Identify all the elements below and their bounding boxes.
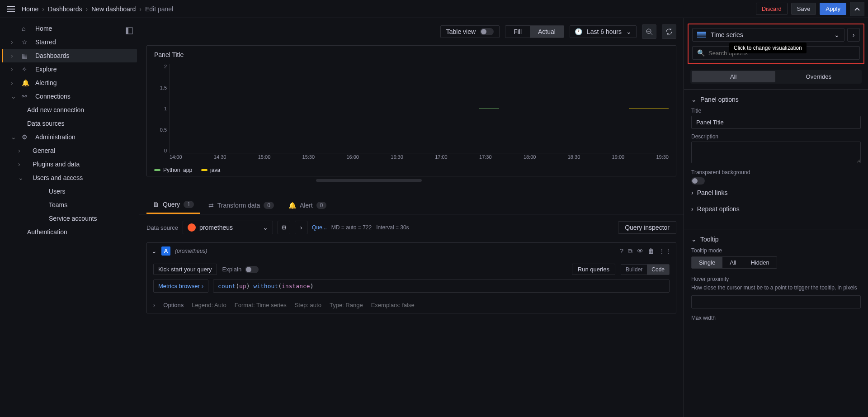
chevron-down-icon[interactable]: ⌄ bbox=[151, 247, 157, 255]
step-option: Step: auto bbox=[295, 302, 321, 308]
sidebar-item-users-access[interactable]: ⌄ Users and access bbox=[2, 171, 137, 185]
tab-transform[interactable]: ⇄ Transform data 0 bbox=[202, 196, 280, 214]
sidebar-item-home[interactable]: ⌂ Home bbox=[2, 22, 137, 35]
repeat-options-row[interactable]: › Repeat options bbox=[691, 201, 861, 217]
sidebar-item-data-sources[interactable]: Data sources bbox=[2, 117, 137, 130]
chevron-right-icon: › bbox=[202, 283, 203, 289]
apply-button[interactable]: Apply bbox=[820, 3, 846, 15]
discard-button[interactable]: Discard bbox=[756, 3, 788, 15]
collapse-right-button[interactable]: › bbox=[847, 28, 860, 42]
table-view-label: Table view bbox=[446, 28, 476, 35]
y-tick: 2 bbox=[154, 64, 167, 69]
query-letter[interactable]: A bbox=[161, 246, 170, 256]
horizontal-scrollbar[interactable] bbox=[316, 179, 422, 182]
series-line-python bbox=[479, 109, 499, 109]
actual-button[interactable]: Actual bbox=[530, 26, 564, 38]
sidebar-item-teams[interactable]: Teams bbox=[2, 198, 137, 212]
tooltip-single-button[interactable]: Single bbox=[692, 257, 722, 268]
legend-item-java[interactable]: java bbox=[201, 167, 220, 173]
plot-area bbox=[170, 64, 669, 153]
sidebar-item-users[interactable]: Users bbox=[2, 185, 137, 198]
repeat-options-label: Repeat options bbox=[697, 205, 740, 213]
options-row: › Options Legend: Auto Format: Time seri… bbox=[147, 297, 676, 313]
code-button[interactable]: Code bbox=[647, 265, 669, 275]
legend: Python_app java bbox=[154, 167, 220, 173]
refresh-button[interactable] bbox=[662, 24, 676, 39]
tab-overrides[interactable]: Overrides bbox=[777, 71, 861, 82]
eye-icon[interactable]: 👁 bbox=[637, 247, 643, 255]
data-source-select[interactable]: prometheus ⌄ bbox=[183, 221, 273, 234]
tab-label: Query bbox=[163, 201, 180, 208]
panel-links-row[interactable]: › Panel links bbox=[691, 185, 861, 201]
breadcrumb-dashboards[interactable]: Dashboards bbox=[48, 5, 82, 13]
zoom-out-button[interactable] bbox=[642, 24, 656, 39]
tab-alert[interactable]: 🔔 Alert 0 bbox=[282, 196, 333, 214]
sidebar-item-explore[interactable]: › ✧ Explore bbox=[2, 62, 137, 76]
breadcrumb-home[interactable]: Home bbox=[22, 5, 38, 13]
sidebar-item-add-connection[interactable]: Add new connection bbox=[2, 103, 137, 117]
sidebar-item-dashboards[interactable]: › ▦ Dashboards bbox=[2, 49, 137, 62]
kick-start-button[interactable]: Kick start your query bbox=[153, 264, 217, 275]
editor-tabs: 🗎 Query 1 ⇄ Transform data 0 🔔 Alert 0 bbox=[139, 189, 684, 214]
sidebar-item-label: Service accounts bbox=[49, 215, 97, 222]
help-icon[interactable]: ? bbox=[620, 247, 623, 255]
builder-button[interactable]: Builder bbox=[621, 265, 647, 275]
max-width-label: Max width bbox=[691, 315, 861, 321]
chevron-right-icon[interactable]: › bbox=[153, 302, 155, 308]
section-tooltip: ⌄ Tooltip Tooltip mode Single All Hidden… bbox=[684, 229, 868, 329]
trash-icon[interactable]: 🗑 bbox=[648, 247, 654, 255]
section-header-panel-options[interactable]: ⌄ Panel options bbox=[691, 96, 861, 103]
sidebar-item-plugins[interactable]: › Plugins and data bbox=[2, 157, 137, 171]
sidebar-item-label: Plugins and data bbox=[33, 161, 80, 168]
sidebar-item-administration[interactable]: ⌄ ⚙ Administration bbox=[2, 130, 137, 144]
query-inspector-button[interactable]: Query inspector bbox=[618, 221, 676, 234]
collapse-panel-button[interactable] bbox=[850, 2, 864, 16]
query-editor: ⌄ A (prometheus) ? ⧉ 👁 🗑 ⋮⋮ Kick start y… bbox=[146, 242, 676, 313]
section-title: Panel options bbox=[700, 96, 739, 103]
undock-button[interactable] bbox=[122, 24, 137, 38]
query-input[interactable]: count(up) without(instance) bbox=[213, 280, 670, 293]
hover-proximity-input[interactable] bbox=[691, 295, 861, 308]
save-button[interactable]: Save bbox=[791, 3, 816, 15]
section-header-tooltip[interactable]: ⌄ Tooltip bbox=[691, 236, 861, 243]
sidebar-item-authentication[interactable]: Authentication bbox=[2, 225, 137, 239]
breadcrumb-new-dashboard[interactable]: New dashboard bbox=[91, 5, 136, 13]
hover-proximity-label: Hover proximity bbox=[691, 276, 861, 282]
tab-query[interactable]: 🗎 Query 1 bbox=[146, 196, 200, 214]
options-label[interactable]: Options bbox=[163, 302, 184, 308]
query-bar: Data source prometheus ⌄ ⚙ › Que... MD =… bbox=[139, 214, 684, 241]
transparent-toggle[interactable] bbox=[691, 177, 705, 185]
tooltip-hidden-button[interactable]: Hidden bbox=[744, 257, 777, 268]
sidebar-item-general[interactable]: › General bbox=[2, 144, 137, 157]
builder-code-toggle: Builder Code bbox=[621, 264, 670, 275]
tab-badge: 0 bbox=[264, 202, 274, 209]
data-source-settings-button[interactable]: ⚙ bbox=[278, 221, 290, 234]
fill-button[interactable]: Fill bbox=[505, 26, 530, 38]
hamburger-menu[interactable] bbox=[4, 2, 18, 16]
explain-toggle[interactable]: Explain bbox=[222, 266, 259, 273]
legend-item-python[interactable]: Python_app bbox=[154, 167, 192, 173]
md-value: MD = auto = 722 bbox=[331, 224, 372, 231]
drag-handle-icon[interactable]: ⋮⋮ bbox=[659, 247, 671, 255]
run-queries-button[interactable]: Run queries bbox=[572, 264, 615, 275]
sidebar-item-connections[interactable]: ⌄ ⚯ Connections bbox=[2, 90, 137, 103]
sidebar-item-service-accounts[interactable]: Service accounts bbox=[2, 212, 137, 225]
metrics-browser-button[interactable]: Metrics browser › bbox=[153, 280, 208, 293]
time-range-picker[interactable]: 🕐 Last 6 hours ⌄ bbox=[570, 25, 637, 38]
duplicate-icon[interactable]: ⧉ bbox=[628, 247, 632, 255]
query-options-link[interactable]: Que... bbox=[312, 224, 327, 231]
star-icon: ☆ bbox=[22, 38, 30, 46]
interval-value: Interval = 30s bbox=[376, 224, 409, 231]
expand-button[interactable]: › bbox=[295, 221, 307, 234]
tooltip-all-button[interactable]: All bbox=[722, 257, 743, 268]
title-input[interactable] bbox=[691, 116, 861, 129]
sidebar-item-alerting[interactable]: › 🔔 Alerting bbox=[2, 76, 137, 90]
table-view-toggle[interactable]: Table view bbox=[440, 25, 500, 38]
chevron-right-icon: › bbox=[691, 189, 693, 196]
tab-all[interactable]: All bbox=[692, 71, 775, 82]
visualization-picker[interactable]: Time series ⌄ bbox=[692, 28, 844, 42]
sidebar-item-starred[interactable]: › ☆ Starred bbox=[2, 35, 137, 49]
x-tick: 19:00 bbox=[612, 154, 625, 162]
description-input[interactable] bbox=[691, 142, 861, 163]
prometheus-icon bbox=[188, 223, 196, 232]
